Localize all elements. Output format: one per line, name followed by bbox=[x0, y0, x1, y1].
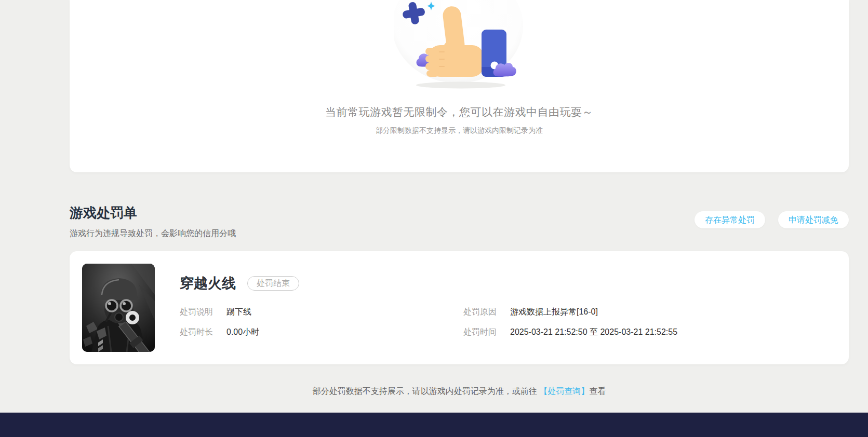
punishment-section-header-left: 游戏处罚单 游戏行为违规导致处罚，会影响您的信用分哦 bbox=[70, 204, 236, 238]
field-label: 处罚时间 bbox=[463, 327, 510, 337]
punishment-record-card: 穿越火线 处罚结束 处罚说明 踢下线 处罚原因 游戏数据上报异常[16-0] 处… bbox=[70, 251, 849, 364]
record-fields: 处罚说明 踢下线 处罚原因 游戏数据上报异常[16-0] 处罚时长 0.00小时… bbox=[180, 307, 836, 337]
punishment-status-badge: 处罚结束 bbox=[247, 276, 299, 291]
thumbs-up-icon bbox=[394, 0, 524, 89]
punishment-relief-button[interactable]: 申请处罚减免 bbox=[778, 211, 849, 228]
punishment-description-field: 处罚说明 踢下线 bbox=[180, 307, 463, 317]
abnormal-punishment-button[interactable]: 存在异常处罚 bbox=[695, 211, 765, 228]
page-footer-bar bbox=[0, 413, 868, 437]
punishment-duration-field: 处罚时长 0.00小时 bbox=[180, 327, 463, 337]
punishment-section-title: 游戏处罚单 bbox=[70, 204, 236, 222]
restriction-card: 当前常玩游戏暂无限制令，您可以在游戏中自由玩耍～ 部分限制数据不支持显示，请以游… bbox=[70, 0, 849, 172]
soldier-gasmask-image bbox=[82, 264, 155, 352]
restriction-status-message: 当前常玩游戏暂无限制令，您可以在游戏中自由玩耍～ bbox=[70, 105, 849, 119]
shadow-ellipse bbox=[416, 82, 505, 89]
footer-note-prefix: 部分处罚数据不支持展示，请以游戏内处罚记录为准，或前往 bbox=[313, 387, 539, 395]
punishment-section-subtitle: 游戏行为违规导致处罚，会影响您的信用分哦 bbox=[70, 228, 236, 238]
punishment-reason-field: 处罚原因 游戏数据上报异常[16-0] bbox=[463, 307, 836, 317]
record-head: 穿越火线 处罚结束 bbox=[180, 274, 836, 293]
field-label: 处罚原因 bbox=[463, 307, 510, 317]
footer-note-suffix: 查看 bbox=[589, 387, 606, 395]
punishment-time-field: 处罚时间 2025-03-21 21:52:50 至 2025-03-21 21… bbox=[463, 327, 836, 337]
game-title: 穿越火线 bbox=[180, 274, 236, 293]
punishment-query-link[interactable]: 【处罚查询】 bbox=[539, 387, 589, 395]
thumbs-up-illustration bbox=[70, 0, 849, 89]
field-label: 处罚时长 bbox=[180, 327, 226, 337]
field-value: 游戏数据上报异常[16-0] bbox=[510, 307, 598, 317]
record-content: 穿越火线 处罚结束 处罚说明 踢下线 处罚原因 游戏数据上报异常[16-0] 处… bbox=[180, 264, 836, 352]
punishment-section-actions: 存在异常处罚 申请处罚减免 bbox=[695, 211, 849, 228]
field-label: 处罚说明 bbox=[180, 307, 226, 317]
field-value: 踢下线 bbox=[226, 307, 251, 317]
page-container: 当前常玩游戏暂无限制令，您可以在游戏中自由玩耍～ 部分限制数据不支持显示，请以游… bbox=[70, 0, 849, 397]
punishment-section-header: 游戏处罚单 游戏行为违规导致处罚，会影响您的信用分哦 存在异常处罚 申请处罚减免 bbox=[70, 204, 849, 238]
punishment-footer-note: 部分处罚数据不支持展示，请以游戏内处罚记录为准，或前往 【处罚查询】查看 bbox=[70, 386, 849, 397]
field-value: 0.00小时 bbox=[226, 327, 259, 337]
field-value: 2025-03-21 21:52:50 至 2025-03-21 21:52:5… bbox=[510, 327, 677, 337]
game-thumbnail bbox=[82, 264, 155, 352]
restriction-disclaimer: 部分限制数据不支持显示，请以游戏内限制记录为准 bbox=[70, 126, 849, 135]
